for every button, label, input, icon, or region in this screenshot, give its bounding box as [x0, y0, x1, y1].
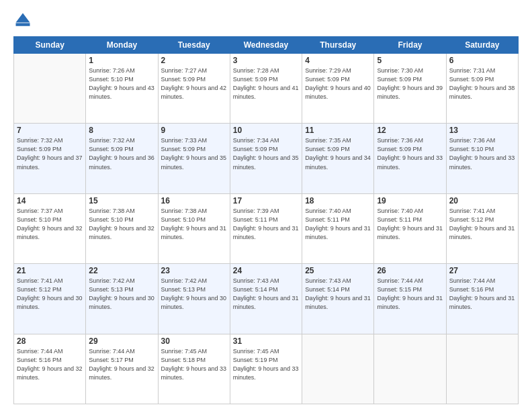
- day-number: 11: [305, 126, 371, 135]
- calendar-cell: 31Sunrise: 7:45 AMSunset: 5:19 PMDayligh…: [230, 334, 302, 404]
- day-number: 21: [17, 266, 83, 275]
- day-of-week-header: Friday: [374, 37, 446, 54]
- calendar-cell: 2Sunrise: 7:27 AMSunset: 5:09 PMDaylight…: [158, 54, 230, 124]
- day-of-week-header: Wednesday: [230, 37, 302, 54]
- day-number: 5: [377, 56, 443, 65]
- day-number: 27: [449, 266, 515, 275]
- calendar-week-row: 1Sunrise: 7:26 AMSunset: 5:10 PMDaylight…: [14, 54, 519, 124]
- day-info: Sunrise: 7:44 AMSunset: 5:16 PMDaylight:…: [17, 347, 83, 382]
- day-number: 19: [377, 196, 443, 205]
- day-of-week-header: Tuesday: [158, 37, 230, 54]
- day-number: 7: [17, 126, 83, 135]
- day-info: Sunrise: 7:36 AMSunset: 5:10 PMDaylight:…: [449, 136, 515, 171]
- day-number: 12: [377, 126, 443, 135]
- svg-rect-1: [16, 23, 30, 26]
- day-info: Sunrise: 7:31 AMSunset: 5:09 PMDaylight:…: [449, 66, 515, 101]
- day-info: Sunrise: 7:30 AMSunset: 5:09 PMDaylight:…: [377, 66, 443, 101]
- calendar-cell: 29Sunrise: 7:44 AMSunset: 5:17 PMDayligh…: [86, 334, 158, 404]
- day-info: Sunrise: 7:32 AMSunset: 5:09 PMDaylight:…: [89, 136, 154, 171]
- day-info: Sunrise: 7:43 AMSunset: 5:14 PMDaylight:…: [233, 277, 299, 312]
- day-of-week-header: Sunday: [14, 37, 86, 54]
- calendar-cell: 28Sunrise: 7:44 AMSunset: 5:16 PMDayligh…: [14, 334, 86, 404]
- day-info: Sunrise: 7:27 AMSunset: 5:09 PMDaylight:…: [161, 66, 227, 101]
- day-info: Sunrise: 7:33 AMSunset: 5:09 PMDaylight:…: [161, 136, 227, 171]
- day-info: Sunrise: 7:37 AMSunset: 5:10 PMDaylight:…: [17, 207, 83, 242]
- day-info: Sunrise: 7:26 AMSunset: 5:10 PMDaylight:…: [89, 66, 154, 101]
- day-info: Sunrise: 7:38 AMSunset: 5:10 PMDaylight:…: [161, 207, 227, 242]
- calendar-cell: 11Sunrise: 7:35 AMSunset: 5:09 PMDayligh…: [302, 124, 374, 193]
- day-info: Sunrise: 7:45 AMSunset: 5:18 PMDaylight:…: [161, 347, 227, 382]
- day-number: 17: [233, 196, 299, 205]
- day-number: 15: [89, 196, 154, 205]
- calendar-cell: 12Sunrise: 7:36 AMSunset: 5:09 PMDayligh…: [374, 124, 446, 193]
- day-number: 13: [449, 126, 515, 135]
- calendar-table: SundayMondayTuesdayWednesdayThursdayFrid…: [13, 36, 519, 404]
- day-number: 30: [161, 336, 227, 346]
- calendar-cell: 20Sunrise: 7:41 AMSunset: 5:12 PMDayligh…: [446, 193, 518, 263]
- logo: [13, 11, 35, 30]
- day-info: Sunrise: 7:39 AMSunset: 5:11 PMDaylight:…: [233, 207, 299, 242]
- day-number: 26: [377, 266, 443, 275]
- day-info: Sunrise: 7:36 AMSunset: 5:09 PMDaylight:…: [377, 136, 443, 171]
- day-info: Sunrise: 7:44 AMSunset: 5:16 PMDaylight:…: [449, 277, 515, 312]
- calendar-cell: [14, 54, 86, 124]
- day-number: 28: [17, 336, 83, 346]
- day-of-week-header: Monday: [86, 37, 158, 54]
- day-number: 10: [233, 126, 299, 135]
- calendar-header-row: SundayMondayTuesdayWednesdayThursdayFrid…: [14, 37, 519, 54]
- calendar-cell: 19Sunrise: 7:40 AMSunset: 5:11 PMDayligh…: [374, 193, 446, 263]
- day-info: Sunrise: 7:42 AMSunset: 5:13 PMDaylight:…: [161, 277, 227, 312]
- day-number: 22: [89, 266, 154, 275]
- calendar-cell: 6Sunrise: 7:31 AMSunset: 5:09 PMDaylight…: [446, 54, 518, 124]
- calendar-cell: 16Sunrise: 7:38 AMSunset: 5:10 PMDayligh…: [158, 193, 230, 263]
- day-number: 3: [233, 56, 299, 65]
- day-number: 24: [233, 266, 299, 275]
- day-number: 25: [305, 266, 371, 275]
- calendar-cell: [302, 334, 374, 404]
- day-number: 31: [233, 336, 299, 346]
- calendar-week-row: 21Sunrise: 7:41 AMSunset: 5:12 PMDayligh…: [14, 264, 519, 334]
- page: SundayMondayTuesdayWednesdayThursdayFrid…: [0, 0, 532, 411]
- calendar-cell: 14Sunrise: 7:37 AMSunset: 5:10 PMDayligh…: [14, 193, 86, 263]
- calendar-cell: 4Sunrise: 7:29 AMSunset: 5:09 PMDaylight…: [302, 54, 374, 124]
- calendar-cell: 3Sunrise: 7:28 AMSunset: 5:09 PMDaylight…: [230, 54, 302, 124]
- calendar-cell: 8Sunrise: 7:32 AMSunset: 5:09 PMDaylight…: [86, 124, 158, 193]
- day-info: Sunrise: 7:29 AMSunset: 5:09 PMDaylight:…: [305, 66, 371, 101]
- day-number: 20: [449, 196, 515, 205]
- calendar-cell: 9Sunrise: 7:33 AMSunset: 5:09 PMDaylight…: [158, 124, 230, 193]
- day-number: 2: [161, 56, 227, 65]
- calendar-cell: 27Sunrise: 7:44 AMSunset: 5:16 PMDayligh…: [446, 264, 518, 334]
- calendar-cell: 21Sunrise: 7:41 AMSunset: 5:12 PMDayligh…: [14, 264, 86, 334]
- calendar-week-row: 7Sunrise: 7:32 AMSunset: 5:09 PMDaylight…: [14, 124, 519, 193]
- calendar-cell: [446, 334, 518, 404]
- day-number: 29: [89, 336, 154, 346]
- calendar-cell: 30Sunrise: 7:45 AMSunset: 5:18 PMDayligh…: [158, 334, 230, 404]
- calendar-cell: 7Sunrise: 7:32 AMSunset: 5:09 PMDaylight…: [14, 124, 86, 193]
- day-info: Sunrise: 7:32 AMSunset: 5:09 PMDaylight:…: [17, 136, 83, 171]
- calendar-cell: 25Sunrise: 7:43 AMSunset: 5:14 PMDayligh…: [302, 264, 374, 334]
- calendar-cell: 22Sunrise: 7:42 AMSunset: 5:13 PMDayligh…: [86, 264, 158, 334]
- day-of-week-header: Saturday: [446, 37, 518, 54]
- calendar-cell: 23Sunrise: 7:42 AMSunset: 5:13 PMDayligh…: [158, 264, 230, 334]
- day-info: Sunrise: 7:43 AMSunset: 5:14 PMDaylight:…: [305, 277, 371, 312]
- calendar-cell: 10Sunrise: 7:34 AMSunset: 5:09 PMDayligh…: [230, 124, 302, 193]
- logo-icon: [13, 11, 32, 30]
- day-number: 4: [305, 56, 371, 65]
- day-info: Sunrise: 7:40 AMSunset: 5:11 PMDaylight:…: [305, 207, 371, 242]
- day-of-week-header: Thursday: [302, 37, 374, 54]
- header: [13, 11, 519, 30]
- calendar-cell: 5Sunrise: 7:30 AMSunset: 5:09 PMDaylight…: [374, 54, 446, 124]
- calendar-week-row: 14Sunrise: 7:37 AMSunset: 5:10 PMDayligh…: [14, 193, 519, 263]
- day-number: 23: [161, 266, 227, 275]
- day-info: Sunrise: 7:41 AMSunset: 5:12 PMDaylight:…: [17, 277, 83, 312]
- calendar-cell: 1Sunrise: 7:26 AMSunset: 5:10 PMDaylight…: [86, 54, 158, 124]
- calendar-cell: 18Sunrise: 7:40 AMSunset: 5:11 PMDayligh…: [302, 193, 374, 263]
- day-info: Sunrise: 7:40 AMSunset: 5:11 PMDaylight:…: [377, 207, 443, 242]
- day-info: Sunrise: 7:35 AMSunset: 5:09 PMDaylight:…: [305, 136, 371, 171]
- day-info: Sunrise: 7:45 AMSunset: 5:19 PMDaylight:…: [233, 347, 299, 382]
- calendar-cell: 17Sunrise: 7:39 AMSunset: 5:11 PMDayligh…: [230, 193, 302, 263]
- day-number: 8: [89, 126, 154, 135]
- day-info: Sunrise: 7:28 AMSunset: 5:09 PMDaylight:…: [233, 66, 299, 101]
- calendar-cell: 15Sunrise: 7:38 AMSunset: 5:10 PMDayligh…: [86, 193, 158, 263]
- day-number: 6: [449, 56, 515, 65]
